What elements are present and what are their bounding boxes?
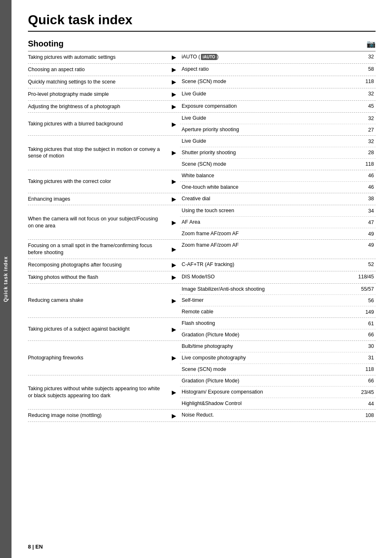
right-page-number: 45 xyxy=(353,103,376,109)
row-right-group: C-AF+TR (AF tracking)52 xyxy=(180,259,376,271)
right-page-number: 31 xyxy=(353,355,376,361)
right-label: Image Stabilizer/Anti-shock shooting xyxy=(180,286,353,293)
table-row: Taking pictures with the correct color▶W… xyxy=(28,170,376,193)
right-label: Highlight&Shadow Control xyxy=(180,400,353,407)
table-row: Focusing on a small spot in the frame/co… xyxy=(28,240,376,259)
row-left-label: Recomposing photographs after focusing xyxy=(28,259,168,271)
right-row: Live Guide32 xyxy=(180,88,376,100)
right-page-number: 32 xyxy=(353,116,376,121)
row-arrow: ▶ xyxy=(168,341,180,375)
right-page-number: 47 xyxy=(353,220,376,225)
right-row: Image Stabilizer/Anti-shock shooting55/5… xyxy=(180,284,376,295)
right-row: Noise Reduct.108 xyxy=(180,410,376,421)
right-page-number: 32 xyxy=(353,54,376,60)
row-left-label: Reducing camera shake xyxy=(28,284,168,318)
table-row: Recomposing photographs after focusing▶C… xyxy=(28,259,376,271)
row-right-group: Live Guide32Aperture priority shooting27 xyxy=(180,113,376,135)
right-page-number: 66 xyxy=(353,378,376,384)
table-row: When the camera will not focus on your s… xyxy=(28,205,376,240)
row-left-label: Quickly matching settings to the scene xyxy=(28,76,168,88)
row-right-group: Gradation (Picture Mode)66Histogram/ Exp… xyxy=(180,375,376,410)
right-label: Using the touch screen xyxy=(180,207,353,214)
right-label: Histogram/ Exposure compensation xyxy=(180,389,353,396)
right-row: Histogram/ Exposure compensation23/45 xyxy=(180,387,376,398)
right-label: DIS Mode/ISO xyxy=(180,273,353,280)
row-arrow: ▶ xyxy=(168,76,180,88)
table-row: Reducing image noise (mottling)▶Noise Re… xyxy=(28,410,376,422)
right-label: Flash shooting xyxy=(180,320,353,327)
right-page-number: 118/45 xyxy=(353,274,376,280)
right-row: Highlight&Shadow Control44 xyxy=(180,398,376,409)
table-row: Choosing an aspect ratio▶Aspect ratio58 xyxy=(28,64,376,76)
right-label: C-AF+TR (AF tracking) xyxy=(180,261,353,268)
right-page-number: 149 xyxy=(353,309,376,315)
right-label: Gradation (Picture Mode) xyxy=(180,331,353,338)
row-arrow: ▶ xyxy=(168,318,180,340)
right-row: Live composite photography31 xyxy=(180,352,376,364)
row-left-label: Focusing on a small spot in the frame/co… xyxy=(28,240,168,259)
right-page-number: 55/57 xyxy=(353,286,376,292)
row-right-group: Live Guide32 xyxy=(180,88,376,100)
right-row: Using the touch screen34 xyxy=(180,205,376,217)
right-label: Aspect ratio xyxy=(180,66,353,73)
right-row: Flash shooting61 xyxy=(180,318,376,329)
row-right-group: Creative dial38 xyxy=(180,193,376,205)
right-label: Scene (SCN) mode xyxy=(180,161,353,168)
row-left-label: Taking pictures with a blurred backgroun… xyxy=(28,113,168,135)
right-label: Aperture priority shooting xyxy=(180,126,353,133)
right-page-number: 46 xyxy=(353,184,376,190)
right-page-number: 38 xyxy=(353,196,376,201)
right-label: Self-timer xyxy=(180,297,353,304)
page-title: Quick task index xyxy=(28,12,376,32)
row-left-label: Photographing fireworks xyxy=(28,341,168,375)
row-arrow: ▶ xyxy=(168,170,180,193)
table-row: Reducing camera shake▶Image Stabilizer/A… xyxy=(28,284,376,318)
right-row: Zoom frame AF/zoom AF49 xyxy=(180,228,376,239)
row-right-group: Scene (SCN) mode118 xyxy=(180,76,376,88)
right-row: Gradation (Picture Mode)66 xyxy=(180,329,376,340)
table-row: Adjusting the brightness of a photograph… xyxy=(28,101,376,113)
right-page-number: 118 xyxy=(353,79,376,84)
section-title: Shooting xyxy=(28,39,64,49)
right-page-number: 49 xyxy=(353,231,376,237)
row-arrow: ▶ xyxy=(168,51,180,63)
row-arrow: ▶ xyxy=(168,136,180,170)
table-row: Pro-level photography made simple▶Live G… xyxy=(28,88,376,101)
right-row: One-touch white balance46 xyxy=(180,182,376,193)
right-page-number: 118 xyxy=(353,366,376,372)
row-arrow: ▶ xyxy=(168,240,180,259)
row-right-group: Flash shooting61Gradation (Picture Mode)… xyxy=(180,318,376,340)
row-arrow: ▶ xyxy=(168,284,180,318)
row-left-label: Choosing an aspect ratio xyxy=(28,64,168,76)
right-row: Self-timer56 xyxy=(180,295,376,306)
right-page-number: 49 xyxy=(353,242,376,248)
right-row: iAUTO (iAUTO)32 xyxy=(180,51,376,63)
row-right-group: Using the touch screen34AF Area47Zoom fr… xyxy=(180,205,376,239)
right-page-number: 32 xyxy=(353,91,376,97)
right-page-number: 108 xyxy=(353,412,376,418)
table-row: Enhancing images▶Creative dial38 xyxy=(28,193,376,206)
row-arrow: ▶ xyxy=(168,113,180,135)
side-tab-label: Quick task index xyxy=(3,256,9,302)
row-left-label: Taking photos without the flash xyxy=(28,271,168,283)
right-page-number: 118 xyxy=(353,161,376,167)
row-right-group: Exposure compensation45 xyxy=(180,101,376,113)
right-label: Remote cable xyxy=(180,308,353,315)
row-arrow: ▶ xyxy=(168,410,180,421)
table-row: Taking pictures of a subject against bac… xyxy=(28,318,376,341)
right-page-number: 46 xyxy=(353,173,376,178)
right-label: One-touch white balance xyxy=(180,184,353,191)
row-left-label: Enhancing images xyxy=(28,193,168,205)
section-header: Shooting 📷 xyxy=(28,39,376,49)
right-label: Live Guide xyxy=(180,90,353,97)
right-page-number: 23/45 xyxy=(353,389,376,395)
row-right-group: iAUTO (iAUTO)32 xyxy=(180,51,376,63)
shooting-table: Taking pictures with automatic settings▶… xyxy=(28,51,376,422)
side-tab: Quick task index xyxy=(0,0,12,558)
table-row: Taking pictures with automatic settings▶… xyxy=(28,51,376,64)
row-right-group: Image Stabilizer/Anti-shock shooting55/5… xyxy=(180,284,376,318)
right-row: Zoom frame AF/zoom AF49 xyxy=(180,240,376,251)
row-right-group: Aspect ratio58 xyxy=(180,64,376,76)
right-row: AF Area47 xyxy=(180,217,376,228)
right-row: Aspect ratio58 xyxy=(180,64,376,75)
